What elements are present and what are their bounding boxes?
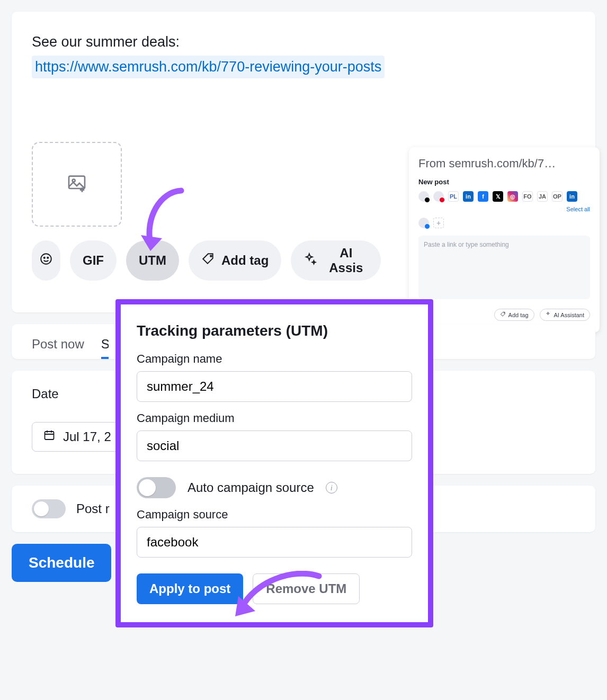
tab-post-now[interactable]: Post now	[32, 337, 84, 359]
post-repeat-label: Post r	[76, 501, 110, 516]
add-tag-label: Add tag	[221, 253, 269, 268]
campaign-medium-label: Campaign medium	[137, 411, 412, 425]
campaign-source-input[interactable]	[137, 527, 412, 558]
account-tiktok-icon[interactable]	[418, 191, 429, 202]
select-all-link[interactable]: Select all	[566, 206, 590, 212]
account-linkedin2-icon[interactable]: in	[567, 191, 577, 202]
account-instagram-icon[interactable]: ◎	[507, 191, 518, 202]
account-pl-icon[interactable]: PL	[448, 191, 459, 202]
campaign-medium-input[interactable]	[137, 430, 412, 461]
svg-point-1	[73, 180, 75, 182]
preview-source-label: From semrush.com/kb/7…	[418, 157, 590, 170]
tag-icon	[201, 252, 215, 269]
account-ja-icon[interactable]: JA	[537, 191, 548, 202]
utm-title: Tracking parameters (UTM)	[137, 322, 412, 339]
svg-point-6	[504, 313, 504, 313]
schedule-button[interactable]: Schedule	[12, 544, 111, 582]
preview-placeholder: Paste a link or type something	[424, 241, 509, 248]
info-icon[interactable]: i	[326, 482, 337, 493]
campaign-name-label: Campaign name	[137, 352, 412, 366]
ai-assistant-button[interactable]: AI Assis	[291, 240, 381, 281]
date-value: Jul 17, 2	[63, 429, 111, 444]
add-tag-button[interactable]: Add tag	[189, 240, 281, 281]
apply-to-post-button[interactable]: Apply to post	[137, 573, 243, 604]
emoji-picker-button[interactable]	[32, 240, 60, 281]
post-text[interactable]: See our summer deals: https://www.semrus…	[32, 32, 575, 78]
svg-rect-7	[45, 432, 54, 439]
preview-account-row: PL in f 𝕏 ◎ FO JA OP in Select all	[418, 191, 590, 212]
sparkle-icon	[546, 311, 551, 318]
post-text-content: See our summer deals:	[32, 34, 180, 50]
sparkle-icon	[304, 252, 317, 269]
account-op-icon[interactable]: OP	[552, 191, 563, 202]
account-fo-icon[interactable]: FO	[522, 191, 533, 202]
ai-assistant-label: AI Assis	[324, 246, 368, 275]
add-media-dropzone[interactable]	[32, 142, 122, 227]
account-facebook-icon[interactable]: f	[478, 191, 488, 202]
auto-source-toggle[interactable]	[137, 477, 176, 498]
svg-point-2	[41, 254, 51, 265]
svg-point-4	[47, 257, 48, 258]
account-linkedin-icon[interactable]: in	[463, 191, 474, 202]
add-account-button[interactable]: +	[433, 218, 444, 228]
campaign-source-label: Campaign source	[137, 508, 412, 522]
utm-popover: Tracking parameters (UTM) Campaign name …	[115, 299, 433, 627]
campaign-name-input[interactable]	[137, 371, 412, 402]
account-x-icon[interactable]: 𝕏	[493, 191, 503, 202]
preview-text-input[interactable]: Paste a link or type something	[418, 236, 590, 299]
post-link[interactable]: https://www.semrush.com/kb/770-reviewing…	[32, 56, 385, 78]
svg-point-3	[44, 257, 45, 258]
post-repeat-toggle[interactable]	[32, 499, 66, 518]
preview-ai-chip[interactable]: AI Assistant	[540, 309, 590, 321]
preview-header: New post	[418, 178, 590, 186]
preview-add-tag-chip[interactable]: Add tag	[494, 309, 534, 321]
preview-add-tag-label: Add tag	[508, 312, 529, 318]
account-extra-icon[interactable]	[418, 218, 429, 228]
account-pinterest-icon[interactable]	[433, 191, 444, 202]
gif-button[interactable]: GIF	[70, 240, 117, 281]
image-icon	[65, 173, 89, 196]
smile-icon	[39, 252, 53, 269]
preview-ai-label: AI Assistant	[554, 312, 584, 318]
tab-schedule[interactable]: S	[101, 337, 109, 359]
calendar-icon	[43, 429, 56, 445]
preview-toolbar: Add tag AI Assistant	[418, 309, 590, 321]
tag-icon	[500, 311, 506, 318]
utm-button[interactable]: UTM	[126, 240, 179, 281]
auto-source-label: Auto campaign source	[188, 480, 314, 495]
post-preview-panel: From semrush.com/kb/7… New post PL in f …	[409, 147, 600, 333]
date-field[interactable]: Jul 17, 2	[32, 422, 122, 452]
remove-utm-button[interactable]: Remove UTM	[253, 573, 360, 604]
svg-point-5	[210, 255, 212, 257]
